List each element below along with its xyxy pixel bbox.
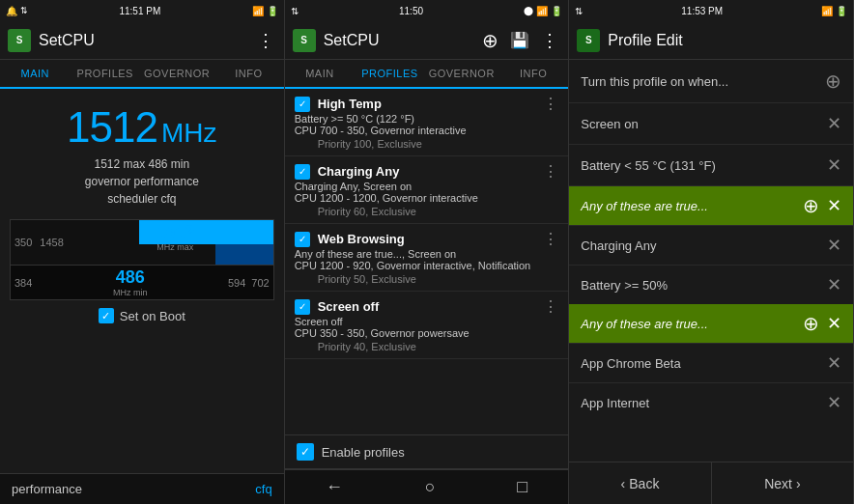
usb-icon: ⇅ xyxy=(291,6,299,16)
freq-left-mid: 1458 xyxy=(36,237,67,248)
panel-profile-edit: ⇅ 11:53 PM 📶 🔋 S Profile Edit Turn this … xyxy=(569,0,854,504)
profile-name-screen-off: Screen off xyxy=(318,299,536,314)
remove-battery-pct[interactable]: ✕ xyxy=(827,274,841,295)
bottom-bar-1: performance cfq xyxy=(0,473,284,504)
app-title-1: SetCPU xyxy=(39,32,247,49)
profile-prio-screen-off: Priority 40, Exclusive xyxy=(318,341,559,352)
profile-edit-content: Turn this profile on when... ⊕ Screen on… xyxy=(569,60,853,462)
tab-profiles-1[interactable]: PROFILES xyxy=(71,60,141,87)
status-left-3: ⇅ xyxy=(575,6,583,16)
bar-fill-min xyxy=(215,244,273,265)
enable-label: Enable profiles xyxy=(322,445,405,460)
app-bar-1: S SetCPU ⋮ xyxy=(0,21,284,60)
overflow-menu-1[interactable]: ⋮ xyxy=(255,28,276,53)
home-nav-icon[interactable]: ○ xyxy=(425,477,436,497)
profile-screen-off[interactable]: ✓ Screen off ⋮ Screen off CPU 350 - 350,… xyxy=(285,292,569,359)
freq-bottom-left: 384 xyxy=(14,277,32,289)
profiles-list: ✓ High Temp ⋮ Battery >= 50 °C (122 °F) … xyxy=(285,89,569,434)
boot-checkbox[interactable]: ✓ xyxy=(99,308,114,323)
profile-high-temp[interactable]: ✓ High Temp ⋮ Battery >= 50 °C (122 °F) … xyxy=(285,89,569,156)
dots-screen-off[interactable]: ⋮ xyxy=(543,297,558,316)
check-high-temp[interactable]: ✓ xyxy=(295,97,310,112)
battery-icon: 🔋 xyxy=(267,6,278,16)
notification-icon: 🔔 xyxy=(6,6,17,16)
profile-cond-web: Any of these are true..., Screen on xyxy=(295,248,559,260)
status-left-1: 🔔 ⇅ xyxy=(6,6,28,16)
time-2: 11:50 xyxy=(399,6,423,16)
group-block-2: Any of these are true... ⊕ ✕ App Chrome … xyxy=(569,304,853,422)
enable-check[interactable]: ✓ xyxy=(297,443,314,461)
back-button[interactable]: ‹ Back xyxy=(569,462,711,504)
group-block-1: Any of these are true... ⊕ ✕ Charging An… xyxy=(569,186,853,304)
remove-group1-btn[interactable]: ✕ xyxy=(827,195,841,216)
nav-bar-2: ← ○ □ xyxy=(285,469,569,504)
profile-name-charging: Charging Any xyxy=(318,164,536,179)
profile-edit-bottom: ‹ Back Next › xyxy=(569,462,853,504)
group-header-2: Any of these are true... ⊕ ✕ xyxy=(569,304,853,343)
tab-info-1[interactable]: INFO xyxy=(214,60,284,87)
tab-info-2[interactable]: INFO xyxy=(498,60,569,87)
freq-max-val: 1512 xyxy=(156,222,194,242)
profile-name-web: Web Browsing xyxy=(318,232,536,246)
tab-bar-2: MAIN PROFILES GOVERNOR INFO xyxy=(285,60,569,89)
remove-charging-any[interactable]: ✕ xyxy=(827,235,841,256)
status-right-1: 📶 🔋 xyxy=(252,6,278,16)
dots-charging[interactable]: ⋮ xyxy=(543,162,558,181)
status-bar-1: 🔔 ⇅ 11:51 PM 📶 🔋 xyxy=(0,0,284,21)
freq-min-label: MHz min xyxy=(113,288,148,297)
remove-group2-btn[interactable]: ✕ xyxy=(827,313,841,334)
freq-max-label: MHz max xyxy=(157,242,193,252)
panel-setcpu-profiles: ⇅ 11:50 ⬤ 📶 🔋 S SetCPU ⊕ 💾 ⋮ MAIN PROFIL… xyxy=(285,0,570,504)
time-1: 11:51 PM xyxy=(119,6,160,16)
tab-governor-2[interactable]: GOVERNOR xyxy=(425,60,498,87)
check-screen-off[interactable]: ✓ xyxy=(295,299,310,315)
boot-label: Set on Boot xyxy=(120,309,185,323)
app-title-2: SetCPU xyxy=(324,32,473,49)
status-right-3: 📶 🔋 xyxy=(821,6,847,16)
save-btn[interactable]: 💾 xyxy=(508,29,531,51)
check-web[interactable]: ✓ xyxy=(295,232,310,247)
add-condition-btn[interactable]: ⊕ xyxy=(825,70,841,93)
tab-profiles-2[interactable]: PROFILES xyxy=(355,60,425,89)
set-on-boot[interactable]: ✓ Set on Boot xyxy=(99,308,185,323)
remove-app-internet[interactable]: ✕ xyxy=(827,392,841,413)
remove-app-chrome[interactable]: ✕ xyxy=(827,352,841,374)
remove-screen-on[interactable]: ✕ xyxy=(827,113,841,134)
panel-setcpu-main: 🔔 ⇅ 11:51 PM 📶 🔋 S SetCPU ⋮ MAIN PROFILE… xyxy=(0,0,285,504)
overflow-menu-2[interactable]: ⋮ xyxy=(539,28,560,53)
dots-high-temp[interactable]: ⋮ xyxy=(543,95,558,113)
tab-main-2[interactable]: MAIN xyxy=(285,60,356,87)
profile-charging[interactable]: ✓ Charging Any ⋮ Charging Any, Screen on… xyxy=(285,156,569,224)
profile-cond-charging: Charging Any, Screen on xyxy=(295,181,559,192)
recents-nav-icon[interactable]: □ xyxy=(517,477,527,497)
back-label: Back xyxy=(629,476,659,491)
signal-icon: 📶 xyxy=(252,6,264,16)
group-actions-1: ⊕ ✕ xyxy=(803,194,841,217)
battery-3: 🔋 xyxy=(836,6,847,16)
next-button[interactable]: Next › xyxy=(712,462,853,504)
remove-battery-temp[interactable]: ✕ xyxy=(827,154,841,176)
add-group2-btn[interactable]: ⊕ xyxy=(803,312,819,335)
enable-profiles-row[interactable]: ✓ Enable profiles xyxy=(285,434,569,469)
battery-2: 🔋 xyxy=(551,6,562,16)
profile-name-high-temp: High Temp xyxy=(318,97,536,111)
profile-prio-high-temp: Priority 100, Exclusive xyxy=(318,138,559,150)
add-profile-btn[interactable]: ⊕ xyxy=(480,27,500,54)
dots-web[interactable]: ⋮ xyxy=(543,230,558,248)
main-content-1: 1512 MHz 1512 max 486 min governor perfo… xyxy=(0,89,284,473)
app-internet-text: App Internet xyxy=(581,396,649,410)
mhz-unit: MHz xyxy=(161,118,217,149)
profile-web[interactable]: ✓ Web Browsing ⋮ Any of these are true..… xyxy=(285,224,569,292)
profile-prio-web: Priority 50, Exclusive xyxy=(318,273,559,285)
check-charging[interactable]: ✓ xyxy=(295,164,310,180)
battery-pct-text: Battery >= 50% xyxy=(581,278,668,293)
tab-governor-1[interactable]: GOVERNOR xyxy=(140,60,214,87)
group-label-2: Any of these are true... xyxy=(581,317,708,331)
app-chrome-item: App Chrome Beta ✕ xyxy=(569,343,853,382)
status-bar-2: ⇅ 11:50 ⬤ 📶 🔋 xyxy=(285,0,569,21)
profile-cond-screen-off: Screen off xyxy=(295,316,559,327)
back-nav-icon[interactable]: ← xyxy=(326,477,343,497)
add-group1-btn[interactable]: ⊕ xyxy=(803,194,819,217)
tab-main-1[interactable]: MAIN xyxy=(0,60,71,89)
charging-any-text: Charging Any xyxy=(581,238,656,253)
